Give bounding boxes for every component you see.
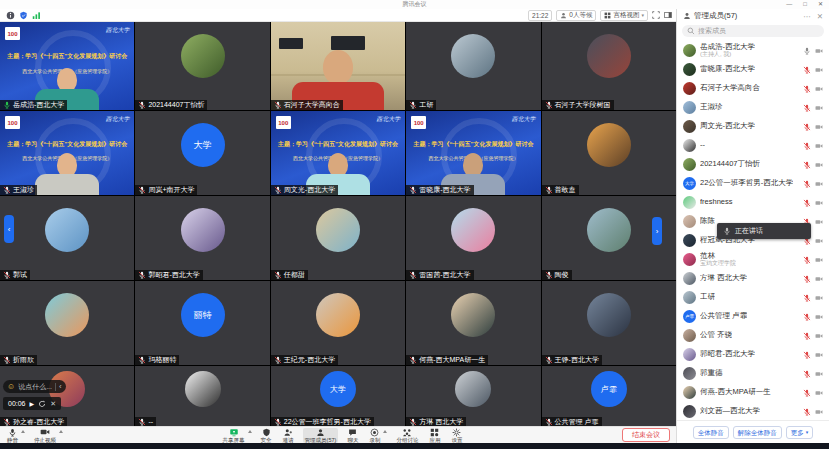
video-tile[interactable]: 雷国茜-西北大学 (406, 196, 540, 280)
member-row[interactable]: 大学22公管一班李哲男-西北大学 (677, 174, 829, 193)
mic-muted-icon[interactable] (803, 332, 811, 340)
video-tile[interactable]: 石河子大学高向合 (271, 22, 405, 110)
panel-more-icon[interactable]: ⋯ (803, 12, 811, 21)
mic-muted-icon[interactable] (803, 294, 811, 302)
member-row[interactable]: 郭昭君-西北大学 (677, 345, 829, 364)
camera-icon[interactable] (815, 332, 823, 340)
toolbar-record-button[interactable]: 录制 (367, 428, 387, 443)
video-tile[interactable]: 何燕-西大MPA研一生 (406, 281, 540, 365)
camera-icon[interactable] (815, 180, 823, 188)
quick-chat-bar[interactable]: ☺ 说点什么... ‹ (3, 380, 66, 393)
toolbar-chat-button[interactable]: 聊天 (345, 428, 360, 443)
video-tile[interactable]: 郭昭君-西北大学 (135, 196, 269, 280)
member-row[interactable]: 范林宝鸡文理学院 (677, 250, 829, 269)
maximize-button[interactable]: □ (803, 0, 807, 9)
rerecord-icon[interactable] (38, 400, 46, 408)
member-row[interactable]: 方琳 西北大学 (677, 269, 829, 288)
member-row[interactable]: 工研 (677, 288, 829, 307)
camera-icon[interactable] (815, 104, 823, 112)
member-row[interactable]: 202144407丁怡忻 (677, 155, 829, 174)
camera-icon[interactable] (815, 351, 823, 359)
video-tile[interactable]: 丽特玛格丽特 (135, 281, 269, 365)
grid-next-page-button[interactable]: › (652, 217, 662, 245)
collapse-chat-icon[interactable]: ‹ (59, 382, 62, 391)
camera-icon[interactable] (815, 199, 823, 207)
chevron-up-icon[interactable] (59, 430, 63, 433)
panel-close-icon[interactable]: ✕ (817, 12, 823, 21)
chevron-up-icon[interactable] (248, 430, 252, 433)
camera-icon[interactable] (815, 294, 823, 302)
mic-muted-icon[interactable] (803, 142, 811, 150)
camera-icon[interactable] (815, 161, 823, 169)
mic-muted-icon[interactable] (803, 123, 811, 131)
camera-icon[interactable] (815, 237, 823, 245)
mic-muted-icon[interactable] (803, 256, 811, 264)
toolbar-breakout-button[interactable]: 分组讨论 (394, 428, 420, 443)
camera-icon[interactable] (815, 275, 823, 283)
play-icon[interactable]: ▶ (30, 400, 35, 407)
video-tile[interactable]: 工研 (406, 22, 540, 110)
toolbar-shield-button[interactable]: 安全 (259, 428, 274, 443)
minimize-button[interactable]: — (786, 0, 792, 9)
mic-active-icon[interactable] (803, 47, 811, 55)
mic-muted-icon[interactable] (803, 66, 811, 74)
mic-muted-icon[interactable] (803, 161, 811, 169)
camera-icon[interactable] (815, 256, 823, 264)
chevron-up-icon[interactable] (21, 430, 25, 433)
camera-icon[interactable] (815, 370, 823, 378)
video-tile[interactable]: 100西北大学主题：学习《“十四五”文化发展规划》研讨会西北大学公共管理学院（应… (0, 22, 134, 110)
grid-prev-page-button[interactable]: ‹ (4, 215, 14, 243)
toolbar-mic-button[interactable]: 静音 (5, 428, 25, 443)
video-tile[interactable]: 普敢盍 (542, 111, 676, 195)
mic-muted-icon[interactable] (803, 408, 811, 416)
toolbar-share-button[interactable]: 共享屏幕 (221, 428, 252, 443)
member-row[interactable]: 石河子大学高向合 (677, 79, 829, 98)
mic-muted-icon[interactable] (803, 351, 811, 359)
member-row[interactable]: 雷晓康-西北大学 (677, 60, 829, 79)
camera-icon[interactable] (815, 313, 823, 321)
video-tile[interactable]: 郭试 (0, 196, 134, 280)
member-row[interactable]: freshness (677, 193, 829, 212)
member-row[interactable]: 王淑珍 (677, 98, 829, 117)
video-tile[interactable]: 卢霏公共管理 卢霏 (542, 366, 676, 427)
fullscreen-icon[interactable] (652, 11, 660, 19)
video-tile[interactable]: -- (135, 366, 269, 427)
video-tile[interactable]: 202144407丁怡忻 (135, 22, 269, 110)
close-button[interactable]: ✕ (818, 0, 823, 9)
video-tile[interactable]: 大学22公管一班李哲男-西北大学 (271, 366, 405, 427)
camera-icon[interactable] (815, 66, 823, 74)
member-row[interactable]: 郭重德 (677, 364, 829, 383)
video-tile[interactable]: 100西北大学主题：学习《“十四五”文化发展规划》研讨会西北大学公共管理学院（应… (406, 111, 540, 195)
mic-muted-icon[interactable] (803, 104, 811, 112)
toolbar-invite-button[interactable]: 邀请 (281, 428, 296, 443)
mic-muted-icon[interactable] (803, 85, 811, 93)
mute-all-button[interactable]: 全体静音 (693, 426, 729, 439)
member-row[interactable]: 刘文茜—西北大学 (677, 402, 829, 420)
member-row[interactable]: 周文光-西北大学 (677, 117, 829, 136)
video-tile[interactable]: 王铮-西北大学 (542, 281, 676, 365)
video-tile[interactable]: 大学周岚+南开大学 (135, 111, 269, 195)
waiting-room-button[interactable]: 0人等候 (556, 10, 596, 21)
video-tile[interactable]: 方琳 西北大学 (406, 366, 540, 427)
camera-icon[interactable] (815, 218, 823, 226)
mic-muted-icon[interactable] (803, 313, 811, 321)
end-meeting-button[interactable]: 结束会议 (622, 428, 670, 442)
video-tile[interactable]: 折雨欣 (0, 281, 134, 365)
mic-muted-icon[interactable] (803, 370, 811, 378)
unmute-all-button[interactable]: 解除全体静音 (733, 426, 782, 439)
member-search-input[interactable]: 搜索成员 (682, 25, 824, 37)
mic-muted-icon[interactable] (803, 389, 811, 397)
camera-icon[interactable] (815, 389, 823, 397)
member-row[interactable]: 公管 齐骁 (677, 326, 829, 345)
member-row[interactable]: 何燕-西大MPA研一生 (677, 383, 829, 402)
meeting-info-icon[interactable] (6, 11, 15, 20)
more-actions-button[interactable]: 更多 ▾ (786, 426, 814, 439)
mic-muted-icon[interactable] (803, 180, 811, 188)
camera-icon[interactable] (815, 47, 823, 55)
toolbar-gear-button[interactable]: 设置 (449, 428, 464, 443)
video-tile[interactable]: 王纪元-西北大学 (271, 281, 405, 365)
mic-muted-icon[interactable] (803, 275, 811, 283)
camera-icon[interactable] (815, 85, 823, 93)
toolbar-camera-button[interactable]: 停止视频 (32, 428, 63, 443)
video-tile[interactable]: 100西北大学主题：学习《“十四五”文化发展规划》研讨会西北大学公共管理学院（应… (271, 111, 405, 195)
